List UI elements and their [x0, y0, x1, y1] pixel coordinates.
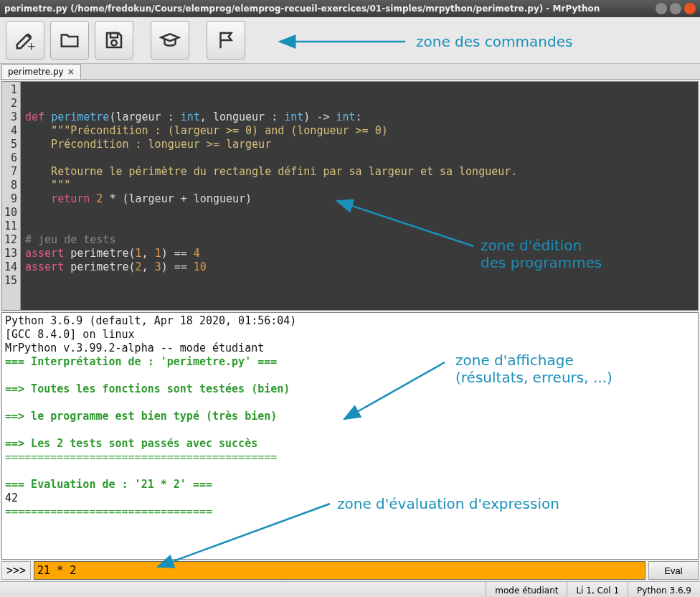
graduation-cap-icon — [159, 29, 181, 51]
student-mode-button[interactable] — [151, 21, 189, 60]
window-title: perimetre.py (/home/fredokun/Cours/elemp… — [4, 4, 653, 14]
editor-tabs: perimetre.py × — [0, 64, 700, 80]
eval-button[interactable]: Eval — [648, 561, 699, 580]
open-file-button[interactable] — [50, 21, 89, 60]
svg-text:+: + — [27, 40, 37, 51]
run-button[interactable] — [207, 21, 245, 60]
floppy-icon — [103, 29, 125, 51]
code-content[interactable]: def perimetre(largeur : int, longueur : … — [21, 82, 698, 310]
line-number-gutter: 123456789101112131415 — [2, 82, 21, 310]
svg-point-2 — [111, 40, 117, 46]
eval-row: >>> Eval — [1, 561, 699, 580]
status-cursor: Li 1, Col 1 — [567, 582, 628, 597]
svg-rect-1 — [110, 33, 118, 37]
folder-icon — [59, 29, 80, 51]
new-file-button[interactable]: + — [6, 21, 44, 60]
status-bar: mode étudiant Li 1, Col 1 Python 3.6.9 — [0, 581, 700, 597]
minimize-icon[interactable] — [656, 3, 667, 14]
output-panel[interactable]: Python 3.6.9 (default, Apr 18 2020, 01:5… — [1, 312, 699, 560]
window-titlebar: perimetre.py (/home/fredokun/Cours/elemp… — [0, 0, 700, 17]
tab-close-icon[interactable]: × — [67, 67, 75, 77]
eval-prompt-label: >>> — [1, 561, 31, 580]
pencil-plus-icon: + — [14, 29, 36, 51]
tab-perimetre[interactable]: perimetre.py × — [1, 64, 81, 79]
status-python: Python 3.6.9 — [628, 582, 700, 597]
eval-input[interactable] — [34, 561, 645, 580]
toolbar: + — [0, 17, 700, 64]
save-file-button[interactable] — [95, 21, 133, 60]
maximize-icon[interactable] — [670, 3, 681, 14]
flag-icon — [215, 29, 237, 51]
close-icon[interactable] — [684, 3, 696, 14]
code-editor[interactable]: 123456789101112131415 def perimetre(larg… — [1, 81, 699, 311]
tab-label: perimetre.py — [8, 67, 64, 77]
status-mode: mode étudiant — [486, 582, 567, 597]
